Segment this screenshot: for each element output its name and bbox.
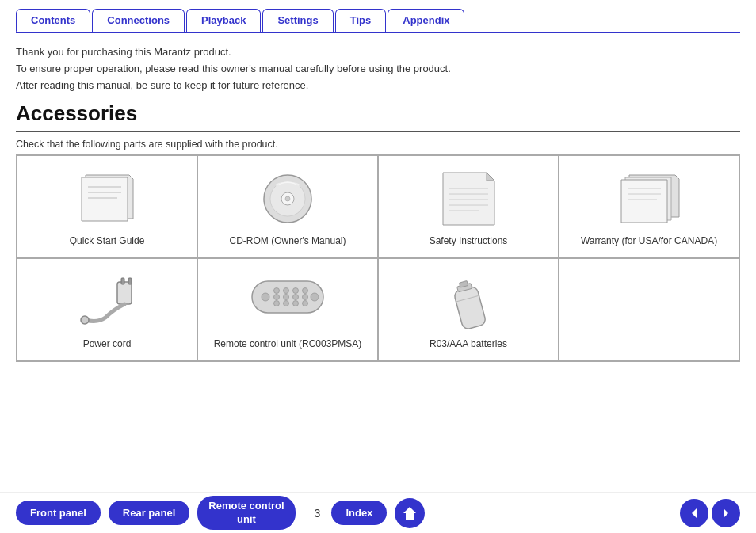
svg-point-36 bbox=[293, 301, 299, 306]
powercord-label: Power cord bbox=[83, 338, 132, 349]
remote-label: Remote control unit (RC003PMSA) bbox=[214, 338, 362, 349]
svg-point-30 bbox=[274, 301, 280, 306]
remote-icon bbox=[252, 272, 323, 332]
cdrom-label: CD-ROM (Owner's Manual) bbox=[230, 235, 346, 246]
warranty-label: Warranty (for USA/for CANADA) bbox=[581, 235, 717, 246]
svg-point-34 bbox=[293, 288, 299, 294]
rear-panel-button[interactable]: Rear panel bbox=[109, 501, 189, 525]
intro-line2: To ensure proper operation, please read … bbox=[16, 61, 740, 78]
batteries-label: R03/AAA batteries bbox=[430, 338, 507, 349]
safety-label: Safety Instructions bbox=[430, 235, 508, 246]
page-number: 3 bbox=[315, 507, 321, 520]
warranty-icon bbox=[613, 169, 685, 229]
accessory-warranty: Warranty (for USA/for CANADA) bbox=[559, 155, 739, 258]
svg-point-31 bbox=[284, 288, 289, 294]
cdrom-icon bbox=[252, 169, 323, 229]
powercord-icon bbox=[71, 272, 143, 332]
svg-point-38 bbox=[303, 295, 308, 300]
svg-point-37 bbox=[303, 288, 308, 294]
tab-connections[interactable]: Connections bbox=[92, 9, 185, 32]
svg-point-40 bbox=[311, 293, 319, 301]
accessories-grid: Quick Start Guide CD-ROM (Owner's Manual… bbox=[16, 154, 740, 362]
svg-marker-46 bbox=[692, 508, 697, 518]
svg-rect-22 bbox=[117, 282, 132, 304]
nav-tabs: Contents Connections Playback Settings T… bbox=[16, 8, 740, 33]
tab-contents[interactable]: Contents bbox=[16, 9, 90, 32]
accessory-powercord: Power cord bbox=[17, 258, 197, 361]
tab-tips[interactable]: Tips bbox=[335, 9, 387, 32]
svg-point-8 bbox=[285, 196, 290, 201]
bottom-nav: Front panel Rear panel Remote control un… bbox=[0, 492, 756, 533]
check-text: Check that the following parts are suppl… bbox=[16, 139, 740, 150]
svg-rect-23 bbox=[121, 278, 124, 284]
index-button[interactable]: Index bbox=[331, 501, 387, 525]
svg-rect-24 bbox=[128, 278, 132, 284]
safety-icon bbox=[433, 169, 504, 229]
tab-playback[interactable]: Playback bbox=[186, 9, 261, 32]
svg-marker-10 bbox=[487, 173, 494, 181]
accessory-remote: Remote control unit (RC003PMSA) bbox=[197, 258, 378, 361]
accessory-cdrom: CD-ROM (Owner's Manual) bbox=[197, 155, 378, 258]
svg-marker-18 bbox=[621, 180, 667, 223]
svg-point-39 bbox=[303, 301, 308, 306]
svg-point-32 bbox=[284, 295, 289, 300]
back-button[interactable] bbox=[680, 499, 708, 527]
home-icon bbox=[402, 505, 418, 521]
svg-point-29 bbox=[274, 295, 280, 300]
tab-appendix[interactable]: Appendix bbox=[388, 9, 464, 32]
intro-line1: Thank you for purchasing this Marantz pr… bbox=[16, 44, 740, 61]
intro-text: Thank you for purchasing this Marantz pr… bbox=[16, 44, 740, 93]
svg-point-28 bbox=[274, 288, 280, 294]
svg-point-27 bbox=[262, 293, 269, 301]
svg-marker-47 bbox=[724, 508, 728, 518]
intro-line3: After reading this manual, be sure to ke… bbox=[16, 78, 740, 94]
accessory-batteries: R03/AAA batteries bbox=[378, 258, 559, 361]
svg-point-35 bbox=[293, 295, 299, 300]
accessory-safety: Safety Instructions bbox=[378, 155, 559, 258]
home-button[interactable] bbox=[395, 498, 425, 528]
svg-point-25 bbox=[81, 316, 89, 324]
batteries-icon bbox=[433, 272, 504, 332]
forward-button[interactable] bbox=[712, 499, 740, 527]
accessory-empty bbox=[559, 258, 739, 361]
forward-arrow-icon bbox=[720, 508, 731, 519]
quickstart-label: Quick Start Guide bbox=[70, 235, 145, 246]
accessory-quick-start-guide: Quick Start Guide bbox=[17, 155, 197, 258]
back-arrow-icon bbox=[689, 508, 700, 519]
svg-marker-1 bbox=[82, 177, 128, 221]
tab-settings[interactable]: Settings bbox=[262, 9, 333, 32]
front-panel-button[interactable]: Front panel bbox=[16, 501, 101, 525]
accessories-heading: Accessories bbox=[16, 101, 740, 132]
remote-control-button[interactable]: Remote control unit bbox=[197, 496, 295, 531]
svg-point-33 bbox=[284, 301, 289, 306]
svg-marker-45 bbox=[403, 507, 416, 520]
svg-rect-41 bbox=[453, 286, 487, 330]
quickstart-icon bbox=[71, 169, 143, 229]
